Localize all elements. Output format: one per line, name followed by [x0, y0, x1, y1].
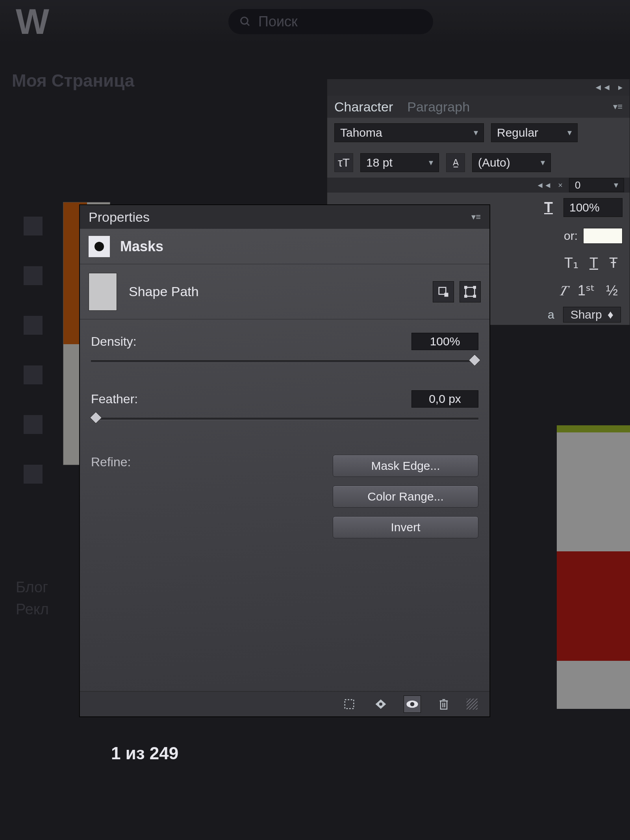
apply-mask-icon[interactable] [372, 695, 389, 713]
delete-mask-icon[interactable] [435, 695, 452, 713]
panel-flyout-icon[interactable]: ▾≡ [613, 102, 623, 112]
svg-rect-14 [441, 701, 447, 709]
density-value[interactable]: 100% [411, 333, 478, 350]
chevron-updown-icon: ♦ [608, 308, 613, 321]
type-btn-3[interactable]: Ŧ [609, 255, 618, 271]
density-group: Density: 100% [80, 319, 489, 371]
color-label: or: [564, 229, 578, 243]
font-size-value: 18 pt [366, 156, 393, 169]
red-block [557, 551, 630, 661]
properties-panel: Properties ▾≡ Masks Shape Path Density: … [80, 205, 490, 717]
scale-field[interactable]: 100% [563, 198, 623, 217]
image-counter: 1 из 249 [111, 744, 178, 763]
type-btn-ordinal[interactable]: 1ˢᵗ [578, 282, 595, 299]
font-family-select[interactable]: Tahoma [334, 123, 484, 142]
properties-title-label: Properties [89, 210, 150, 225]
svg-rect-6 [474, 286, 476, 288]
density-slider[interactable] [91, 356, 478, 367]
font-family-value: Tahoma [340, 126, 382, 139]
tab-paragraph[interactable]: Paragraph [407, 99, 470, 115]
document-canvas-right [557, 425, 630, 709]
load-selection-icon[interactable] [341, 695, 358, 713]
feather-value[interactable]: 0,0 px [411, 390, 478, 408]
shape-path-row: Shape Path [80, 264, 489, 319]
tracking-select[interactable]: 0 [569, 178, 624, 192]
tracking-value: 0 [575, 179, 580, 191]
antialias-select[interactable]: Sharp ♦ [563, 307, 621, 323]
toggle-visibility-icon[interactable] [404, 695, 421, 713]
refine-section: Refine: Mask Edge... Color Range... Inve… [80, 444, 489, 538]
vk-side-link-1[interactable]: Блог [16, 579, 48, 596]
panel-close-icon[interactable]: ▸ [618, 82, 623, 93]
feather-group: Feather: 0,0 px [80, 371, 489, 428]
type-btn-fraction[interactable]: ½ [606, 282, 618, 299]
font-size-icon: τT [334, 153, 353, 172]
search-icon [239, 16, 251, 28]
refine-label: Refine: [91, 455, 162, 538]
feather-slider[interactable] [91, 414, 478, 424]
svg-rect-8 [474, 295, 476, 297]
shape-swatch[interactable] [89, 273, 117, 311]
leading-icon: A̲ [446, 153, 465, 172]
leading-value: (Auto) [478, 156, 510, 169]
masks-header: Masks [80, 229, 489, 264]
scale-icon: T [539, 198, 558, 217]
antialias-value: Sharp [571, 308, 602, 321]
svg-point-11 [379, 703, 382, 706]
svg-rect-7 [465, 295, 467, 297]
aa-label: a [548, 308, 554, 321]
vk-sidebar-icons [24, 217, 43, 484]
vk-page-title: Моя Страница [12, 71, 134, 91]
add-mask-icon[interactable] [433, 281, 454, 302]
vk-icon-3[interactable] [24, 316, 43, 335]
font-style-select[interactable]: Regular [491, 123, 578, 142]
color-range-button[interactable]: Color Range... [333, 486, 478, 508]
svg-line-1 [247, 23, 249, 26]
shape-path-label: Shape Path [129, 284, 199, 299]
type-btn-1[interactable]: T₁ [564, 255, 578, 271]
properties-footer [80, 691, 489, 716]
mini-collapse-icon[interactable]: ◄◄ [536, 181, 552, 190]
masks-label: Masks [120, 238, 163, 255]
properties-panel-title[interactable]: Properties ▾≡ [80, 205, 489, 229]
feather-label: Feather: [91, 392, 138, 406]
text-color-swatch[interactable] [583, 228, 623, 244]
lime-strip [557, 425, 630, 432]
mini-titlebar[interactable]: ◄◄ × 0 [327, 178, 630, 193]
font-style-value: Regular [497, 126, 538, 139]
mask-edge-button[interactable]: Mask Edge... [333, 455, 478, 477]
vk-logo: W [16, 2, 47, 42]
mini-close-icon[interactable]: × [558, 181, 563, 190]
svg-rect-9 [345, 699, 354, 708]
leading-select[interactable]: (Auto) [472, 153, 551, 172]
vk-icon-2[interactable] [24, 266, 43, 285]
panel-collapse-icon[interactable]: ◄◄ [594, 82, 611, 93]
font-size-select[interactable]: 18 pt [360, 153, 439, 172]
character-panel-tabs: Character Paragraph ▾≡ [327, 96, 630, 118]
svg-point-13 [410, 702, 415, 706]
properties-flyout-icon[interactable]: ▾≡ [471, 212, 481, 222]
vk-header: W Поиск [0, 0, 630, 43]
vk-icon-6[interactable] [24, 465, 43, 484]
vk-icon-4[interactable] [24, 365, 43, 384]
svg-rect-3 [445, 293, 448, 297]
tab-character[interactable]: Character [334, 99, 393, 115]
vk-icon-1[interactable] [24, 217, 43, 235]
vk-icon-5[interactable] [24, 415, 43, 434]
invert-button[interactable]: Invert [333, 516, 478, 538]
vk-search-placeholder: Поиск [258, 13, 298, 30]
svg-point-0 [241, 17, 248, 24]
type-btn-italic[interactable]: 𝑇 [559, 282, 567, 299]
resize-grip-icon[interactable] [467, 699, 478, 710]
type-btn-2[interactable]: T [589, 255, 598, 271]
scale-value: 100% [569, 201, 600, 214]
character-panel-titlebar[interactable]: ◄◄ ▸ [327, 79, 630, 96]
svg-rect-5 [465, 286, 467, 288]
mask-thumbnail-icon[interactable] [89, 236, 110, 257]
vector-mask-icon[interactable] [460, 281, 481, 302]
density-label: Density: [91, 334, 137, 349]
vk-side-link-2[interactable]: Рекл [16, 601, 49, 618]
vk-search-bar[interactable]: Поиск [228, 9, 433, 34]
